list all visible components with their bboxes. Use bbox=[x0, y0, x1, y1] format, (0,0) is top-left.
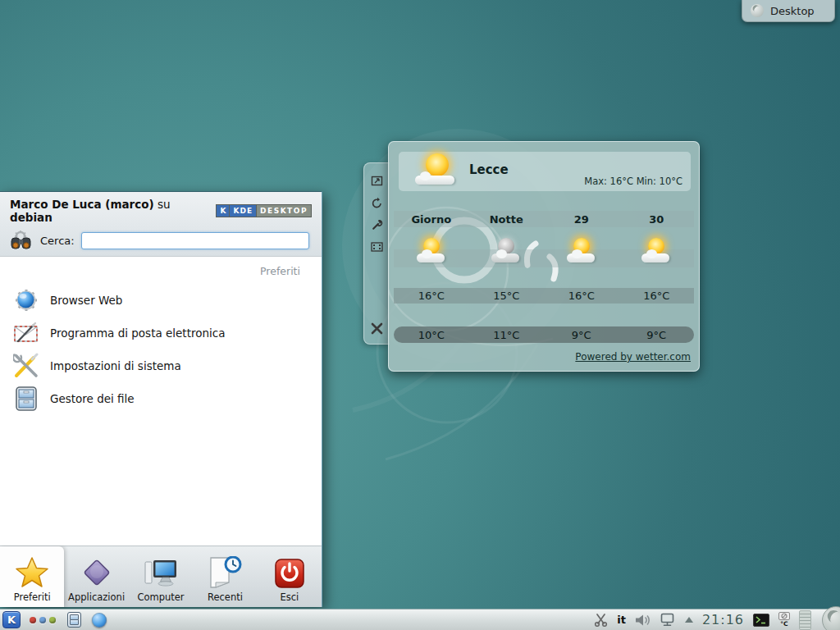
applications-icon bbox=[80, 555, 113, 589]
tab-label: Computer bbox=[137, 591, 184, 603]
panel-toolbox-cashew[interactable] bbox=[822, 606, 840, 630]
tab-recenti[interactable]: Recenti bbox=[193, 546, 257, 607]
mail-client-icon bbox=[13, 320, 39, 346]
tab-label: Recenti bbox=[208, 591, 243, 603]
weather-column-headers: Giorno Notte 29 30 bbox=[394, 211, 694, 227]
badge-kde-label: KDE bbox=[230, 205, 257, 217]
weather-col-label: 29 bbox=[544, 213, 619, 226]
wetter-credit-link[interactable]: Powered by wetter.com bbox=[575, 351, 691, 363]
terminal-icon[interactable] bbox=[753, 614, 769, 627]
search-input[interactable] bbox=[81, 232, 309, 249]
favorite-label: Gestore dei file bbox=[50, 392, 135, 405]
network-monitor-icon[interactable] bbox=[660, 613, 676, 627]
kickoff-tab-bar: Preferiti Applicazioni Comp bbox=[0, 546, 322, 607]
keyboard-layout-indicator[interactable]: it bbox=[617, 614, 626, 626]
bottom-panel: K it 21:16 bbox=[0, 609, 840, 630]
colored-dots-widget[interactable] bbox=[30, 617, 56, 623]
toolbox-label: Desktop bbox=[770, 5, 815, 17]
weather-max-min: Max: 16°C Min: 10°C bbox=[584, 176, 682, 187]
title-connector: su bbox=[154, 198, 171, 211]
kde-logo-icon: K bbox=[217, 205, 230, 217]
host-name: debian bbox=[10, 211, 52, 224]
system-tray: it 21:16 bbox=[594, 609, 840, 630]
sun-cloud-icon bbox=[394, 235, 469, 272]
day-temp: 15°C bbox=[469, 290, 545, 302]
file-manager-launcher-icon[interactable] bbox=[67, 612, 81, 628]
favorite-item-browser[interactable]: Browser Web bbox=[0, 284, 322, 317]
green-dot-icon bbox=[49, 617, 56, 623]
search-label: Cerca: bbox=[40, 235, 75, 247]
weather-city: Lecce bbox=[469, 162, 509, 177]
day-temp: 16°C bbox=[394, 290, 469, 302]
weather-col-label: Notte bbox=[469, 213, 545, 226]
maximize-icon[interactable] bbox=[370, 240, 385, 254]
recent-documents-icon bbox=[208, 555, 242, 589]
red-dot-icon bbox=[30, 617, 36, 623]
favorite-label: Browser Web bbox=[50, 294, 122, 307]
sun-cloud-icon bbox=[619, 235, 695, 272]
weather-day-temps: 16°C 15°C 16°C 16°C bbox=[394, 288, 694, 304]
badge-desktop-label: DESKTOP bbox=[257, 205, 311, 217]
configure-wrench-icon[interactable] bbox=[370, 217, 385, 232]
sun-cloud-icon bbox=[544, 235, 619, 272]
panel-mini-widget[interactable] bbox=[799, 610, 811, 630]
favorite-item-filemanager[interactable]: Gestore dei file bbox=[0, 382, 322, 415]
web-browser-icon bbox=[13, 287, 39, 313]
kickoff-header: Marco De Luca (marco) su debian K KDE DE… bbox=[0, 192, 322, 256]
tab-label: Applicazioni bbox=[68, 591, 125, 603]
computer-icon bbox=[144, 555, 178, 589]
favorite-item-settings[interactable]: Impostazioni di sistema bbox=[0, 349, 322, 382]
blue-dot-icon bbox=[39, 617, 46, 623]
close-icon[interactable] bbox=[370, 321, 385, 336]
star-icon bbox=[15, 555, 49, 589]
volume-icon[interactable] bbox=[635, 614, 651, 627]
kickoff-favorites-view: Preferiti Browser Web bbox=[0, 256, 322, 546]
night-temp: 11°C bbox=[469, 329, 545, 341]
night-temp: 9°C bbox=[544, 329, 619, 341]
power-icon bbox=[274, 555, 305, 589]
sun-cloud-icon bbox=[413, 152, 461, 191]
tab-computer[interactable]: Computer bbox=[129, 546, 193, 607]
system-settings-icon bbox=[13, 353, 39, 379]
applet-handle[interactable] bbox=[363, 162, 390, 345]
web-browser-launcher-icon[interactable] bbox=[92, 613, 107, 628]
resize-icon[interactable] bbox=[370, 173, 385, 188]
weather-tray-icon[interactable]: °C bbox=[778, 612, 790, 628]
moon-cloud-icon bbox=[469, 235, 545, 272]
digital-clock[interactable]: 21:16 bbox=[702, 612, 744, 628]
favorite-label: Impostazioni di sistema bbox=[50, 359, 181, 372]
night-temp: 10°C bbox=[394, 329, 469, 341]
rotate-icon[interactable] bbox=[370, 195, 385, 210]
kickoff-launcher: Marco De Luca (marco) su debian K KDE DE… bbox=[0, 191, 322, 607]
weather-night-temps: 10°C 11°C 9°C 9°C bbox=[394, 326, 694, 343]
weather-widget: Lecce Max: 16°C Min: 10°C Giorno Notte 2… bbox=[388, 141, 700, 372]
weather-col-label: Giorno bbox=[394, 213, 469, 226]
desktop[interactable]: { "desktop": { "toolbox_label": "Desktop… bbox=[0, 0, 840, 630]
day-temp: 16°C bbox=[544, 290, 619, 302]
weather-tray-unit: °C bbox=[780, 621, 788, 628]
night-temp: 9°C bbox=[619, 329, 695, 341]
favorite-label: Programma di posta elettronica bbox=[50, 326, 225, 340]
tray-expander-icon[interactable] bbox=[685, 617, 693, 623]
kde-desktop-badge: K KDE DESKTOP bbox=[216, 204, 312, 217]
no-data-icon bbox=[778, 612, 790, 620]
user-host-title: Marco De Luca (marco) su debian bbox=[10, 198, 216, 224]
section-label: Preferiti bbox=[0, 265, 322, 277]
clipboard-scissors-icon[interactable] bbox=[594, 613, 608, 627]
tab-esci[interactable]: Esci bbox=[258, 546, 322, 607]
kde-menu-button[interactable]: K bbox=[2, 611, 21, 628]
cashew-icon bbox=[751, 4, 764, 17]
file-manager-icon bbox=[13, 386, 39, 412]
user-name: Marco De Luca (marco) bbox=[10, 198, 154, 211]
favorite-item-mail[interactable]: Programma di posta elettronica bbox=[0, 317, 322, 349]
tab-preferiti[interactable]: Preferiti bbox=[0, 546, 64, 607]
weather-col-label: 30 bbox=[619, 213, 695, 226]
desktop-toolbox[interactable]: Desktop bbox=[742, 0, 835, 22]
tab-applicazioni[interactable]: Applicazioni bbox=[64, 546, 128, 607]
search-binoculars-icon bbox=[10, 230, 32, 251]
tab-label: Esci bbox=[280, 591, 299, 603]
tab-label: Preferiti bbox=[14, 591, 51, 603]
weather-header: Lecce Max: 16°C Min: 10°C bbox=[399, 152, 691, 191]
day-temp: 16°C bbox=[619, 290, 695, 302]
weather-icon-row bbox=[394, 235, 694, 272]
